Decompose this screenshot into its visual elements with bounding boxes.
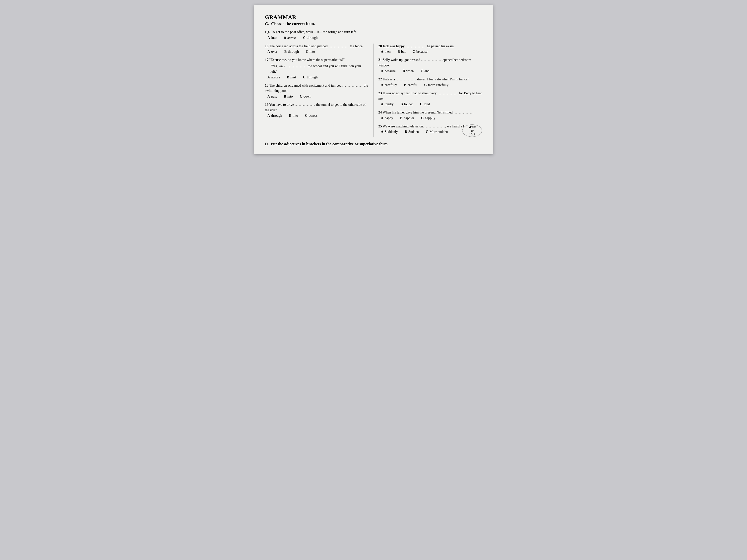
q21-opt-b: B when [403,69,414,73]
q24-opt-a-text: happy [385,116,393,120]
q18-num: 18 [265,84,268,87]
eg-opt-a-letter: A [267,36,270,40]
q20-opt-a: A then [381,50,391,54]
question-21: 21 Sally woke up, got dressed ..........… [379,57,482,73]
q19-num: 19 [265,103,268,107]
q19-text: You have to drive ............... the tu… [265,103,366,112]
eg-opt-b-text: across [287,36,296,40]
q25-opt-b: B Sudden [405,130,419,134]
eg-label: e.g. [265,30,270,34]
q22-num: 22 [379,77,382,81]
q18-opt-c-text: down [304,95,311,99]
eg-option-b: B across [284,36,296,40]
q18-opt-c: C down [300,95,311,99]
q20-opt-c-text: because [416,50,427,54]
q23-text: It was so noisy that I had to shout very… [379,91,482,101]
q23-opt-a-text: loudly [385,102,394,106]
q16-opt-a-text: over [271,50,277,54]
q18-opt-b-text: into [287,95,293,99]
q25-opt-a-text: Suddenly [385,130,398,134]
q23-opt-c: C loud [420,102,430,106]
q19-options: A through B into C across [265,114,369,118]
q23-options: A loudly B louder C loud [379,102,482,106]
section-d-instruction: Put the adjectives in brackets in the co… [271,142,389,146]
content-area: 16 The horse ran across the field and ju… [265,44,482,138]
q22-text: Kate is a ............... driver. I feel… [383,77,469,81]
q19-opt-a-text: through [271,114,282,118]
section-d-label: D. [265,142,269,146]
q16-opt-b-text: through [288,50,299,54]
q20-options: A then B but C because [379,50,482,54]
question-17: 17 "Excuse me, do you know where the sup… [265,57,369,79]
grammar-title: GRAMMAR [265,14,482,20]
q18-opt-b: B into [284,95,293,99]
question-19: 19 You have to drive ............... the… [265,102,369,118]
q19-opt-c: C across [305,114,317,118]
q18-text: The children screamed with excitement an… [265,84,368,93]
q16-options: A over B through C into [265,50,369,54]
q22-options: A carefully B careful C more carefully [379,83,482,87]
eg-opt-b-letter: B [284,36,286,40]
q25-num: 25 [379,125,382,128]
q17-num: 17 [265,58,268,62]
q24-opt-c-text: happily [425,116,435,120]
eg-options: A into B across C through [265,36,482,40]
q20-opt-c: C because [413,50,427,54]
q20-opt-a-text: then [385,50,391,54]
q25-opt-a: A Suddenly [381,130,398,134]
q20-opt-b: B but [398,50,406,54]
q18-options: A past B into C down [265,95,369,99]
q17-opt-b: B past [287,75,296,79]
q24-num: 24 [379,110,382,114]
q22-opt-b-text: careful [408,83,417,87]
q24-text: When his father gave him the present, Ne… [383,110,474,114]
page: GRAMMAR C. Choose the correct item. e.g.… [254,5,493,154]
q16-opt-c-text: into [310,50,315,54]
q22-opt-c: C more carefully [424,83,448,87]
q24-opt-a: A happy [381,116,393,120]
q20-num: 20 [379,44,382,48]
marks-value: 10 [471,129,473,133]
eg-option-a: A into [267,36,277,40]
q17-opt-c-text: through [307,75,318,79]
q17-opt-c: C through [303,75,318,79]
q20-text: Jack was happy ............... he passed… [383,44,455,48]
q16-opt-b: B through [284,50,299,54]
q24-opt-c: C happily [421,116,435,120]
q24-options: A happy B happier C happily [379,116,482,120]
section-c-title: C. Choose the correct item. [265,21,482,26]
marks-label: Marks [468,125,476,129]
q21-opt-a-text: because [385,69,396,73]
q21-opt-a: A because [381,69,396,73]
q23-opt-a: A loudly [381,102,394,106]
question-16: 16 The horse ran across the field and ju… [265,44,369,54]
q25-opt-c-text: More sudden [430,130,448,134]
section-c-instruction: Choose the correct item. [271,21,315,26]
question-22: 22 Kate is a ............... driver. I f… [379,77,482,87]
eg-option-c: C through [303,36,318,40]
q16-num: 16 [265,44,268,48]
eg-opt-a-text: into [271,36,277,40]
q24-opt-b-text: happier [404,116,414,120]
q21-opt-c-text: and [424,69,430,73]
q19-opt-a: A through [267,114,282,118]
q23-opt-c-text: loud [424,102,430,106]
marks-box: Marks 10 10x1 [462,125,482,137]
q21-num: 21 [379,58,382,62]
section-c-label: C. [265,21,269,26]
question-18: 18 The children screamed with excitement… [265,83,369,99]
q17-opt-a-text: across [271,75,280,79]
q21-options: A because B when C and [379,69,482,73]
section-d: D. Put the adjectives in brackets in the… [265,142,482,146]
q25-opt-c: C More sudden [426,130,448,134]
q21-opt-c: C and [421,69,430,73]
q22-opt-b: B careful [404,83,417,87]
q21-text: Sally woke up, got dressed .............… [379,58,471,67]
eg-opt-c-letter: C [303,36,306,40]
q18-opt-a: A past [267,95,277,99]
q16-opt-c: C into [306,50,315,54]
q22-opt-a-text: carefully [385,83,397,87]
q19-opt-b: B into [289,114,298,118]
q19-opt-b-text: into [292,114,298,118]
q19-opt-c-text: across [309,114,317,118]
